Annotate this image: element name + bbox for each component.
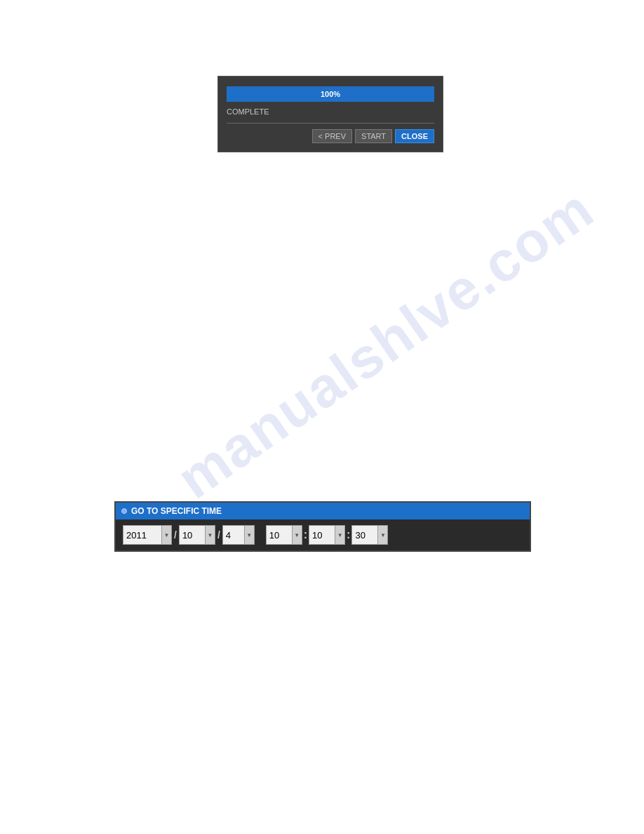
- dialog-button-row: < PREV START CLOSE: [227, 129, 434, 143]
- goto-header-label: GO TO SPECIFIC TIME: [131, 506, 222, 516]
- complete-status-text: COMPLETE: [227, 107, 434, 116]
- hour-input[interactable]: [267, 530, 292, 541]
- watermark: manualshlve.com: [224, 218, 547, 470]
- year-field[interactable]: [123, 525, 162, 545]
- close-button[interactable]: CLOSE: [395, 129, 434, 143]
- watermark-text: manualshlve.com: [166, 176, 605, 512]
- month-input[interactable]: [180, 530, 205, 541]
- dialog-divider: [227, 123, 434, 124]
- month-field[interactable]: [179, 525, 206, 545]
- goto-body: ▼ / ▼ / ▼ ▼ : ▼ : ▼: [116, 519, 530, 550]
- goto-panel-header: GO TO SPECIFIC TIME: [116, 503, 530, 519]
- progress-bar-track: 100%: [227, 86, 434, 102]
- minute-arrow[interactable]: ▼: [335, 525, 345, 545]
- date-sep-1: /: [172, 529, 179, 541]
- start-button[interactable]: START: [355, 129, 392, 143]
- progress-bar-fill: 100%: [227, 86, 434, 102]
- second-input[interactable]: [352, 530, 377, 541]
- year-input[interactable]: [123, 530, 161, 541]
- hour-arrow[interactable]: ▼: [293, 525, 302, 545]
- minute-field[interactable]: [309, 525, 335, 545]
- minute-input[interactable]: [309, 530, 335, 541]
- day-arrow[interactable]: ▼: [245, 525, 255, 545]
- prev-button[interactable]: < PREV: [312, 129, 352, 143]
- second-field[interactable]: [351, 525, 378, 545]
- time-sep-2: :: [345, 529, 351, 541]
- day-field[interactable]: [222, 525, 245, 545]
- second-arrow[interactable]: ▼: [378, 525, 388, 545]
- year-arrow[interactable]: ▼: [162, 525, 172, 545]
- progress-dialog: 100% COMPLETE < PREV START CLOSE: [217, 76, 443, 152]
- hour-field[interactable]: [266, 525, 293, 545]
- header-dot-icon: [121, 508, 127, 514]
- goto-time-panel: GO TO SPECIFIC TIME ▼ / ▼ / ▼ ▼ : ▼: [114, 501, 531, 552]
- date-sep-2: /: [215, 529, 222, 541]
- month-arrow[interactable]: ▼: [206, 525, 215, 545]
- day-input[interactable]: [223, 530, 244, 541]
- time-sep-1: :: [302, 529, 309, 541]
- progress-percent-label: 100%: [321, 90, 340, 98]
